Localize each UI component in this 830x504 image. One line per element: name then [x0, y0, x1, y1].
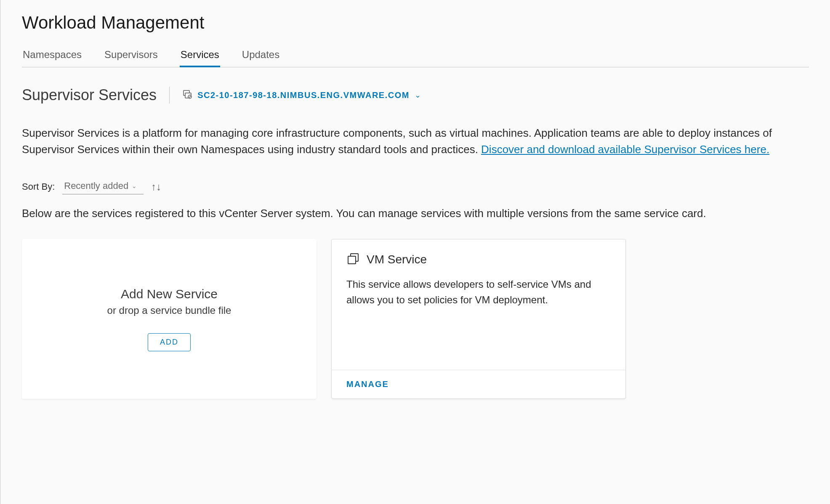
tab-bar: Namespaces Supervisors Services Updates: [22, 45, 809, 67]
service-cards: Add New Service or drop a service bundle…: [22, 239, 809, 399]
manage-button[interactable]: MANAGE: [346, 379, 389, 389]
host-name: SC2-10-187-98-18.NIMBUS.ENG.VMWARE.COM: [197, 90, 410, 100]
section-description: Supervisor Services is a platform for ma…: [22, 125, 809, 158]
sort-select[interactable]: Recently added ⌄: [62, 179, 144, 194]
sort-direction-toggle[interactable]: ↑↓: [151, 181, 161, 193]
discover-services-link[interactable]: Discover and download available Supervis…: [481, 143, 769, 156]
vcenter-icon: [182, 89, 192, 101]
service-card-header: VM Service: [346, 252, 611, 267]
service-card-body: VM Service This service allows developer…: [332, 239, 625, 370]
page-title: Workload Management: [22, 13, 809, 33]
vm-service-icon: [346, 252, 360, 267]
service-description: This service allows developers to self-s…: [346, 276, 611, 308]
add-service-card[interactable]: Add New Service or drop a service bundle…: [22, 239, 317, 399]
service-card: VM Service This service allows developer…: [331, 239, 626, 399]
divider: [169, 87, 170, 103]
host-selector[interactable]: SC2-10-187-98-18.NIMBUS.ENG.VMWARE.COM ⌄: [182, 89, 421, 101]
add-service-subtitle: or drop a service bundle file: [107, 305, 231, 316]
chevron-down-icon: ⌄: [132, 183, 137, 189]
subdescription: Below are the services registered to thi…: [22, 207, 809, 220]
section-title: Supervisor Services: [22, 86, 157, 104]
tab-namespaces[interactable]: Namespaces: [22, 45, 82, 67]
add-service-title: Add New Service: [121, 287, 218, 301]
service-name: VM Service: [367, 253, 427, 266]
sort-row: Sort By: Recently added ⌄ ↑↓: [22, 179, 809, 194]
tab-supervisors[interactable]: Supervisors: [104, 45, 159, 67]
tab-updates[interactable]: Updates: [241, 45, 280, 67]
tab-services[interactable]: Services: [180, 45, 220, 67]
chevron-down-icon: ⌄: [415, 90, 421, 100]
sort-selected-value: Recently added: [64, 180, 128, 191]
section-header: Supervisor Services SC2-10-187-98-18.NIM…: [22, 86, 809, 104]
sort-label: Sort By:: [22, 181, 55, 192]
svg-rect-4: [348, 256, 356, 264]
add-button[interactable]: ADD: [148, 333, 191, 351]
service-card-footer: MANAGE: [332, 370, 625, 398]
